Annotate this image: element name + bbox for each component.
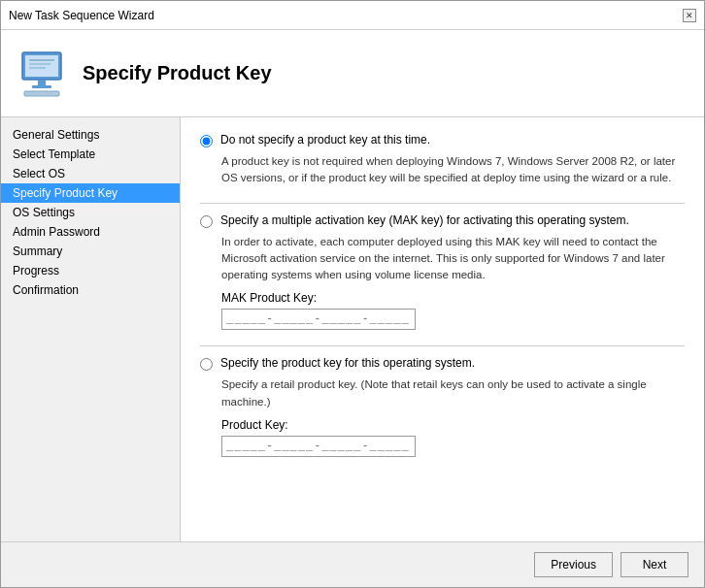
option1-radio[interactable] [200,135,213,147]
wizard-window: New Task Sequence Wizard ✕ Specify Pro [0,0,705,588]
title-bar: New Task Sequence Wizard ✕ [1,1,704,30]
option-group-2: Specify a multiple activation key (MAK k… [200,213,685,331]
sidebar-item-general-settings[interactable]: General Settings [1,125,180,145]
mak-key-input[interactable] [221,309,416,330]
svg-rect-3 [32,85,51,88]
header: Specify Product Key [1,30,704,117]
option2-row: Specify a multiple activation key (MAK k… [200,213,685,228]
svg-rect-4 [24,91,59,96]
option2-radio[interactable] [200,215,213,228]
option2-description: In order to activate, each computer depl… [221,234,685,284]
sidebar-item-confirmation[interactable]: Confirmation [1,280,180,300]
option3-radio[interactable] [200,358,213,371]
sidebar-item-progress[interactable]: Progress [1,261,180,280]
header-title: Specify Product Key [83,62,272,84]
sidebar-item-specify-product-key[interactable]: Specify Product Key [1,183,180,203]
svg-rect-2 [38,80,46,85]
content-area: General Settings Select Template Select … [1,117,704,541]
main-content: Do not specify a product key at this tim… [181,117,704,541]
sidebar-item-select-os[interactable]: Select OS [1,164,180,183]
product-key-input[interactable] [221,436,416,457]
next-button[interactable]: Next [621,552,688,577]
divider-2 [200,345,685,346]
sidebar-item-os-settings[interactable]: OS Settings [1,203,180,222]
sidebar-item-admin-password[interactable]: Admin Password [1,222,180,242]
previous-button[interactable]: Previous [534,552,613,577]
sidebar-item-summary[interactable]: Summary [1,242,180,261]
option1-description: A product key is not required when deplo… [221,153,685,187]
option3-label[interactable]: Specify the product key for this operati… [220,356,475,370]
window-title: New Task Sequence Wizard [9,9,154,22]
option-group-3: Specify the product key for this operati… [200,356,685,457]
product-key-label: Product Key: [221,418,685,432]
header-icon [17,49,67,99]
option3-row: Specify the product key for this operati… [200,356,685,371]
mak-key-label: MAK Product Key: [221,291,685,305]
footer: Previous Next [1,541,704,587]
option2-label[interactable]: Specify a multiple activation key (MAK k… [220,213,629,227]
sidebar: General Settings Select Template Select … [1,117,181,541]
option1-row: Do not specify a product key at this tim… [200,133,685,147]
option1-label[interactable]: Do not specify a product key at this tim… [220,133,430,147]
divider-1 [200,203,685,204]
close-button[interactable]: ✕ [683,9,696,22]
svg-rect-1 [25,55,58,77]
title-bar-buttons: ✕ [683,9,696,22]
option3-description: Specify a retail product key. (Note that… [221,376,685,410]
option-group-1: Do not specify a product key at this tim… [200,133,685,187]
sidebar-item-select-template[interactable]: Select Template [1,145,180,164]
